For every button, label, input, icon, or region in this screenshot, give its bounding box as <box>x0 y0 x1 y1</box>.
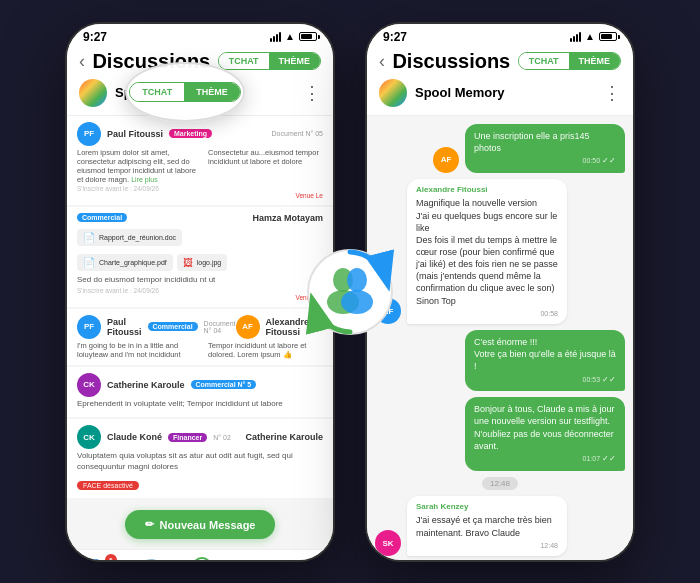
msg-text-alex: Magnifique la nouvelle versionJ'ai eu qu… <box>416 197 558 306</box>
disc-body-left-3: I'm going to be in in a little and loiuy… <box>77 341 198 359</box>
msg-time-sent-1: 00:50 ✓✓ <box>474 156 616 167</box>
discussion-item-4[interactable]: CK Catherine Karoule Commercial N° 5 Epr… <box>67 367 333 417</box>
tab-toggle-left[interactable]: TCHAT THÈME <box>218 52 321 70</box>
disc-vue-1: Venue Le <box>77 192 323 199</box>
msg-text-sent-3: Bonjour à tous, Claude a mis à jour une … <box>474 403 616 452</box>
msg-time-sarah: 12:48 <box>416 541 558 550</box>
battery-icon <box>299 32 317 41</box>
group-avatar-left <box>79 79 107 107</box>
disc-body-right-1: Consectetur au...eiusmod tempor incididu… <box>202 148 323 184</box>
disc-entry-2: S'inscrire avant le : 24/09/26 <box>77 287 323 294</box>
center-sync-icon <box>305 247 395 337</box>
msg-text-sent-1: Une inscription elle a pris145 photos <box>474 130 616 154</box>
time-right: 9:27 <box>383 30 407 44</box>
time-left: 9:27 <box>83 30 107 44</box>
disc-badge-5: Financer <box>168 433 207 442</box>
avatar-paul-1: PF <box>77 122 101 146</box>
date-divider: 12:48 <box>482 477 518 490</box>
discussion-list: PF Paul Fitoussi Marketing Document N° 0… <box>67 116 333 501</box>
disc-name-4: Catherine Karoule <box>107 380 185 390</box>
disc-doc-3: Document N° 04 <box>204 320 236 334</box>
disc-name-1: Paul Fitoussi <box>107 129 163 139</box>
disc-body-right-3: Tempor incididunt ut labore et dolored. … <box>202 341 323 359</box>
signal-icon <box>270 32 281 42</box>
file-icon-3: 🖼 <box>183 257 193 268</box>
discussion-item-3[interactable]: PF Paul Fitoussi Commercial Document N° … <box>67 309 333 365</box>
disc-name-5: Claude Koné <box>107 432 162 442</box>
title-row-right: ‹ Discussions TCHAT THÈME <box>379 50 621 73</box>
nav-contacts-left[interactable]: 👥 Conatcts <box>234 556 266 561</box>
disc-name-3: Paul Fitoussi <box>107 317 142 337</box>
avatar-catherine-4: CK <box>77 373 101 397</box>
nav-icon-projets-left <box>191 556 213 561</box>
right-phone: 9:27 ▲ ‹ Discussions TCHAT <box>365 22 635 562</box>
back-button-right[interactable]: ‹ <box>379 51 385 72</box>
discussion-item-2[interactable]: Commercial Hamza Motayam 📄 Rapport_de_ré… <box>67 207 333 307</box>
zoom-tab-tchat: TCHAT <box>130 83 184 101</box>
disc-doc-1: Document N° 05 <box>272 130 323 137</box>
disc-entry-1: S'inscrire avant le : 24/09/26 <box>77 185 323 192</box>
disc-file-charte: 📄 Charte_graphique.pdf <box>77 254 173 271</box>
msg-bubble-sent-1: Une inscription elle a pris145 photos 00… <box>465 124 625 173</box>
disc-body-left-1: Lorem ipsum dolor sit amet, consectetur … <box>77 148 198 184</box>
msg-row-sarah: SK Sarah Kenzey J'ai essayé et ça marche… <box>375 496 625 557</box>
more-button-right[interactable]: ⋮ <box>603 82 621 104</box>
chat-messages: Une inscription elle a pris145 photos 00… <box>367 116 633 562</box>
file-icon-1: 📄 <box>83 232 95 243</box>
nav-icon-contacts-left: 👥 <box>239 556 261 561</box>
face-desactive-badge: FACE désactivé <box>77 481 139 490</box>
nav-icon-historique-left: 🕐 <box>140 556 162 561</box>
msg-bubble-sent-2: C'est énorme !!! Votre ça bien qu'elle a… <box>465 330 625 391</box>
zoom-bubble: TCHAT THÈME <box>125 62 245 122</box>
msg-bubble-sarah: Sarah Kenzey J'ai essayé et ça marche tr… <box>407 496 567 557</box>
tab-theme-right[interactable]: THÈME <box>569 53 621 69</box>
avatar-sent-1: AF <box>433 147 459 173</box>
wifi-icon-right: ▲ <box>585 31 595 42</box>
svg-point-6 <box>341 290 373 314</box>
disc-file-rapport: 📄 Rapport_de_réunion.doc <box>77 229 182 246</box>
avatar-claude-5: CK <box>77 425 101 449</box>
disc-name-5b: Catherine Karoule <box>245 432 323 442</box>
disc-doc-5: N° 02 <box>213 434 231 441</box>
discussion-item-1[interactable]: PF Paul Fitoussi Marketing Document N° 0… <box>67 116 333 205</box>
disc-badge-2: Commercial <box>77 213 127 222</box>
zoom-tabs: TCHAT THÈME <box>129 82 240 102</box>
zoom-tab-theme: THÈME <box>184 83 240 101</box>
disc-badge-3: Commercial <box>148 322 198 331</box>
group-row-right: Spool Memory ⋮ <box>379 77 621 109</box>
battery-icon-right <box>599 32 617 41</box>
nav-icon-parametre-left: ⚙ <box>293 556 315 561</box>
more-button-left[interactable]: ⋮ <box>303 82 321 104</box>
msg-sender-alex: Alexandre Fitoussi <box>416 185 558 196</box>
file-icon-2: 📄 <box>83 257 95 268</box>
avatar-paul-3: PF <box>77 315 101 339</box>
msg-bubble-sent-3: Bonjour à tous, Claude a mis à jour une … <box>465 397 625 470</box>
tab-tchat-right[interactable]: TCHAT <box>519 53 569 69</box>
status-icons-right: ▲ <box>570 31 617 42</box>
disc-body-5: Voluptatem quia voluptas sit as atur aut… <box>77 451 323 472</box>
msg-text-sarah: J'ai essayé et ça marche très bien maint… <box>416 514 558 538</box>
nouveau-message-button[interactable]: ✏ Nouveau Message <box>125 510 276 539</box>
tab-theme-left[interactable]: THÈME <box>269 53 321 69</box>
nav-parametre-left[interactable]: ⚙ Paramètre <box>286 556 323 561</box>
avatar-alex-3: AF <box>236 315 260 339</box>
msg-row-alex: AF Alexandre Fitoussi Magnifique la nouv… <box>375 179 625 325</box>
app-title-right: Discussions <box>392 50 510 73</box>
msg-text-sent-2: C'est énorme !!! <box>474 336 616 348</box>
nav-invitations-left[interactable]: 👤 5 Invitations <box>77 556 113 561</box>
status-icons-left: ▲ <box>270 31 317 42</box>
signal-icon-right <box>570 32 581 42</box>
app-header-right: ‹ Discussions TCHAT THÈME Spool Memory ⋮ <box>367 46 633 116</box>
nav-projets-left[interactable]: Projets <box>189 556 214 561</box>
discussion-item-5[interactable]: CK Claude Koné Financer N° 02 Catherine … <box>67 419 333 498</box>
avatar-sarah-chat: SK <box>375 530 401 556</box>
tab-toggle-right[interactable]: TCHAT THÈME <box>518 52 621 70</box>
disc-name-2: Hamza Motayam <box>252 213 323 223</box>
back-button-left[interactable]: ‹ <box>79 51 85 72</box>
msg-time-alex: 00:58 <box>416 309 558 318</box>
status-bar-left: 9:27 ▲ <box>67 24 333 46</box>
nav-icon-invitations-left: 👤 5 <box>84 556 106 561</box>
svg-point-5 <box>347 268 367 292</box>
nav-historique-left[interactable]: 🕐 Historique <box>133 556 169 561</box>
tab-tchat-left[interactable]: TCHAT <box>219 53 269 69</box>
